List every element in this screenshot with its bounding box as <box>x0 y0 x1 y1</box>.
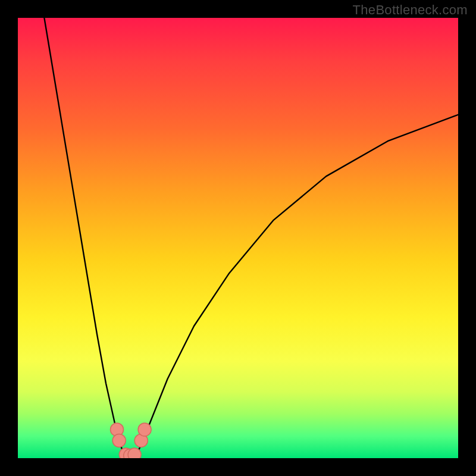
chart-plot-area <box>18 18 458 458</box>
bottleneck-curve <box>44 18 458 458</box>
chart-marker <box>138 423 151 436</box>
chart-marker <box>128 448 141 458</box>
chart-frame: TheBottleneck.com <box>0 0 476 476</box>
chart-svg <box>18 18 458 458</box>
watermark-text: TheBottleneck.com <box>353 2 468 18</box>
chart-marker <box>112 434 126 447</box>
chart-markers <box>111 423 152 458</box>
